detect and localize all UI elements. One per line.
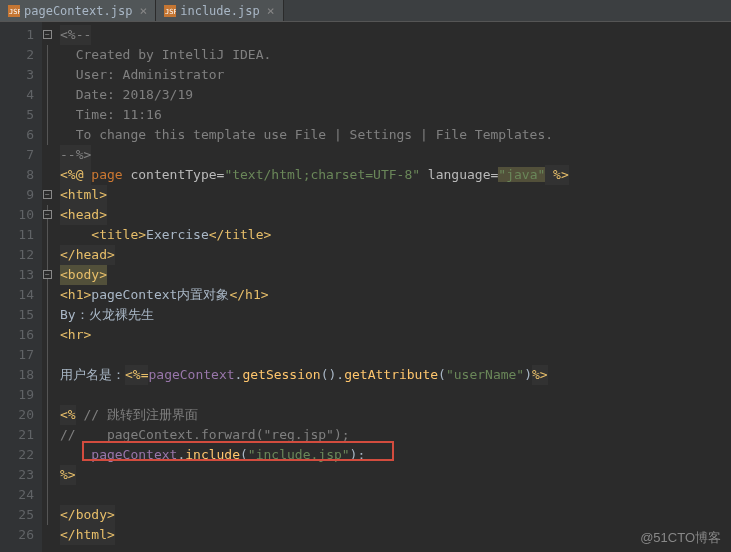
code-line: Date: 2018/3/19	[60, 85, 731, 105]
watermark: @51CTO博客	[640, 529, 721, 547]
code-line: Time: 11:16	[60, 105, 731, 125]
code-line: // pageContext.forward("reg.jsp");	[60, 425, 731, 445]
fold-column: − − − −	[42, 22, 54, 552]
code-line: To change this template use File | Setti…	[60, 125, 731, 145]
code-line: <%@ page contentType="text/html;charset=…	[60, 165, 731, 185]
fold-marker[interactable]: −	[43, 190, 52, 199]
line-gutter: 123 456 789 101112 131415 161718 192021 …	[0, 22, 42, 552]
code-line: By：火龙裸先生	[60, 305, 731, 325]
code-line: <title>Exercise</title>	[60, 225, 731, 245]
close-icon[interactable]: ×	[139, 3, 147, 18]
code-line: 用户名是：<%=pageContext.getSession().getAttr…	[60, 365, 731, 385]
code-line: <html>	[60, 185, 731, 205]
svg-text:JSP: JSP	[165, 8, 176, 16]
code-line: <% // 跳转到注册界面	[60, 405, 731, 425]
code-line: <head>	[60, 205, 731, 225]
code-line: Created by IntelliJ IDEA.	[60, 45, 731, 65]
code-line	[60, 345, 731, 365]
close-icon[interactable]: ×	[267, 3, 275, 18]
fold-marker[interactable]: −	[43, 270, 52, 279]
code-line: </body>	[60, 505, 731, 525]
code-line: pageContext.include("include.jsp");	[60, 445, 731, 465]
code-line: <hr>	[60, 325, 731, 345]
code-line: </head>	[60, 245, 731, 265]
code-editor[interactable]: 123 456 789 101112 131415 161718 192021 …	[0, 22, 731, 552]
tab-pagecontext[interactable]: JSP pageContext.jsp ×	[0, 0, 156, 21]
code-line	[60, 385, 731, 405]
tab-include[interactable]: JSP include.jsp ×	[156, 0, 283, 21]
code-line: <body>	[60, 265, 731, 285]
fold-marker[interactable]: −	[43, 30, 52, 39]
tab-label: include.jsp	[180, 4, 259, 18]
code-line: User: Administrator	[60, 65, 731, 85]
editor-tabs: JSP pageContext.jsp × JSP include.jsp ×	[0, 0, 731, 22]
code-line: <h1>pageContext内置对象</h1>	[60, 285, 731, 305]
jsp-file-icon: JSP	[8, 5, 20, 17]
tab-label: pageContext.jsp	[24, 4, 132, 18]
code-line: --%>	[60, 145, 731, 165]
code-line: <%--	[60, 25, 731, 45]
code-area[interactable]: <%-- Created by IntelliJ IDEA. User: Adm…	[54, 22, 731, 552]
jsp-file-icon: JSP	[164, 5, 176, 17]
code-line: </html>	[60, 525, 731, 545]
svg-text:JSP: JSP	[9, 8, 20, 16]
code-line: %>	[60, 465, 731, 485]
fold-marker[interactable]: −	[43, 210, 52, 219]
code-line	[60, 485, 731, 505]
